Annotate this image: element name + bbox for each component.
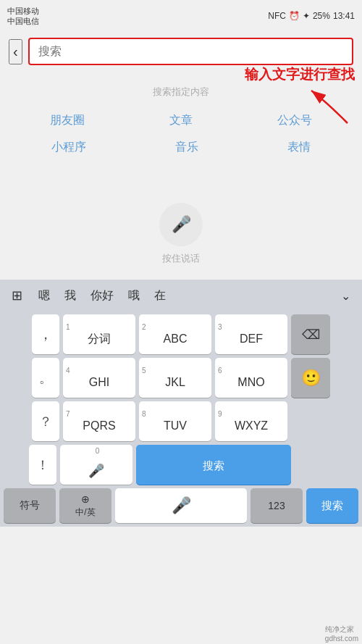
keyboard-row-2: 。 4 GHI 5 JKL 6 MNO 🙂 — [0, 358, 362, 398]
key-lang-button[interactable]: ⊕ 中/英 — [59, 488, 111, 523]
key-delete[interactable]: ⌫ — [291, 314, 330, 354]
voice-label: 按住说话 — [162, 252, 200, 265]
backspace-icon: ⌫ — [302, 327, 320, 343]
keyboard-row-4: ！ 0 🎤 搜索 — [0, 445, 362, 485]
grid-icon[interactable]: ⊞ — [6, 285, 28, 306]
suggestion-word-2[interactable]: 你好 — [83, 285, 121, 306]
key-ghi[interactable]: 4 GHI — [63, 358, 135, 398]
key-punct-exclaim[interactable]: ！ — [29, 445, 56, 485]
category-article[interactable]: 文章 — [169, 113, 193, 128]
key-jkl[interactable]: 5 JKL — [139, 358, 211, 398]
key-symbol-button[interactable]: 符号 — [4, 488, 56, 523]
space-mic-icon: 🎤 — [172, 496, 191, 515]
key-placeholder-right — [295, 445, 334, 485]
key-num-switch-button[interactable]: 123 — [251, 488, 303, 523]
key-placeholder — [291, 401, 330, 441]
carrier2: 中国电信 — [7, 16, 39, 26]
watermark-url: gdhst.com — [325, 635, 358, 643]
microphone-icon: 🎤 — [172, 215, 191, 234]
search-hint-text: 搜索指定内容 — [7, 85, 355, 99]
suggestion-word-4[interactable]: 在 — [147, 285, 173, 306]
carrier1: 中国移动 — [7, 6, 39, 16]
status-icons: NFC ⏰ ✦ 25% 13:41 — [268, 11, 355, 21]
key-zero-area[interactable]: 0 🎤 — [60, 445, 132, 485]
key-abc[interactable]: 2 ABC — [139, 314, 211, 354]
globe-icon: ⊕ — [81, 493, 90, 505]
nfc-icon: NFC — [268, 11, 286, 21]
alarm-icon: ⏰ — [289, 11, 300, 21]
key-wxyz[interactable]: 9 WXYZ — [215, 401, 287, 441]
key-fenchi[interactable]: 1 分词 — [63, 314, 135, 354]
key-punct-comma[interactable]: ， — [32, 314, 59, 354]
expand-suggestions-icon[interactable]: ⌄ — [335, 286, 356, 306]
symbol-label: 符号 — [20, 499, 40, 512]
search-input-container — [28, 38, 353, 65]
keyboard-row-3: ？ 7 PQRS 8 TUV 9 WXYZ — [0, 401, 362, 441]
status-bar: 中国移动 中国电信 NFC ⏰ ✦ 25% 13:41 — [0, 0, 362, 32]
key-tuv[interactable]: 8 TUV — [139, 401, 211, 441]
keyboard-area: ， 1 分词 2 ABC 3 DEF ⌫ 。 4 GHI 5 JKL — [0, 311, 362, 527]
key-space-button[interactable]: 🎤 — [115, 488, 247, 523]
voice-section: 🎤 按住说话 — [0, 174, 362, 272]
key-punct-question[interactable]: ？ — [32, 401, 59, 441]
voice-button[interactable]: 🎤 — [159, 203, 203, 246]
suggestion-word-0[interactable]: 嗯 — [31, 285, 57, 306]
lang-label: 中/英 — [75, 506, 95, 519]
suggestion-words: 嗯 我 你好 哦 在 — [31, 285, 332, 306]
emoji-icon: 🙂 — [301, 369, 321, 388]
category-section: 搜索指定内容 朋友圈 文章 公众号 小程序 音乐 表情 — [0, 71, 362, 174]
bluetooth-icon: ✦ — [303, 11, 310, 21]
time-display: 13:41 — [333, 11, 355, 21]
keyboard-bottom-row: 符号 ⊕ 中/英 🎤 123 搜索 — [0, 488, 362, 527]
category-pengyouquan[interactable]: 朋友圈 — [50, 113, 85, 128]
suggestion-word-1[interactable]: 我 — [57, 285, 83, 306]
key-emoji[interactable]: 🙂 — [291, 358, 330, 398]
keyboard-row-1: ， 1 分词 2 ABC 3 DEF ⌫ — [0, 314, 362, 354]
num-switch-label: 123 — [268, 500, 285, 511]
suggestion-word-3[interactable]: 哦 — [121, 285, 147, 306]
watermark-site: 纯净之家 — [325, 625, 354, 633]
carrier-info: 中国移动 中国电信 — [7, 6, 39, 27]
category-emoji[interactable]: 表情 — [287, 140, 311, 155]
category-music[interactable]: 音乐 — [175, 140, 198, 155]
battery-text: 25% — [313, 11, 330, 21]
category-row-2: 小程序 音乐 表情 — [7, 140, 355, 155]
search-label: 搜索 — [321, 499, 343, 513]
category-official-account[interactable]: 公众号 — [277, 113, 312, 128]
key-pqrs[interactable]: 7 PQRS — [63, 401, 135, 441]
watermark: 纯净之家 gdhst.com — [325, 624, 358, 643]
key-search-button[interactable]: 搜索 — [306, 488, 358, 523]
back-button[interactable]: ‹ — [9, 39, 22, 64]
search-input[interactable] — [38, 45, 343, 58]
main-content: 搜索指定内容 朋友圈 文章 公众号 小程序 音乐 表情 🎤 按住说话 — [0, 71, 362, 280]
suggestion-bar: ⊞ 嗯 我 你好 哦 在 ⌄ — [0, 280, 362, 311]
category-miniprogram[interactable]: 小程序 — [51, 140, 86, 155]
key-punct-period[interactable]: 。 — [32, 358, 59, 398]
search-bar-area: ‹ — [0, 32, 362, 71]
key-mno[interactable]: 6 MNO — [215, 358, 287, 398]
key-search-bottom[interactable]: 搜索 — [136, 445, 291, 485]
key-def[interactable]: 3 DEF — [215, 314, 287, 354]
category-row-1: 朋友圈 文章 公众号 — [7, 113, 355, 128]
